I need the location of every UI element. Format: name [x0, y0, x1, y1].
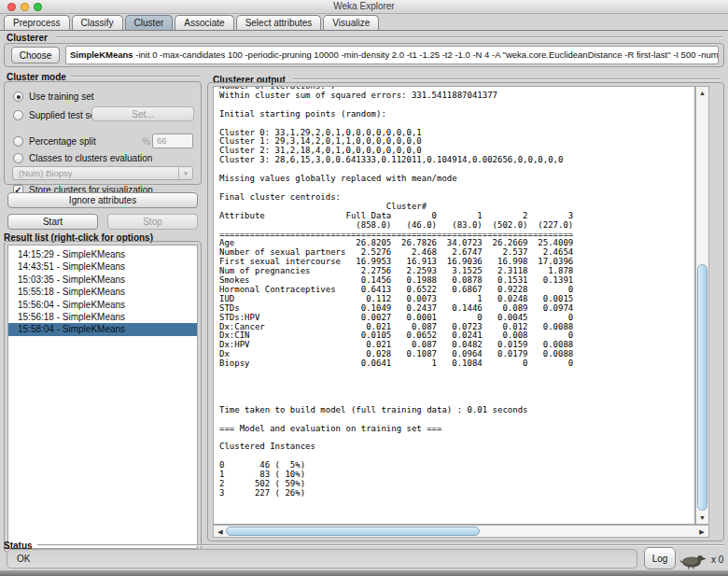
tab-preprocess[interactable]: Preprocess [4, 15, 70, 30]
radio-unselected-icon [13, 110, 23, 120]
result-list-item-selected[interactable]: 15:58:04 - SimpleKMeans [8, 323, 197, 335]
radio-label: Supplied test set [29, 110, 98, 120]
titled-border-line [37, 544, 724, 546]
tab-separator [0, 30, 728, 31]
vertical-scroll-thumb[interactable] [697, 264, 707, 511]
choose-clusterer-button[interactable]: Choose [11, 47, 60, 63]
window-title: Weka Explorer [0, 1, 728, 11]
start-button[interactable]: Start [7, 214, 98, 230]
scroll-up-icon[interactable]: ▲ [696, 90, 708, 96]
output-horizontal-scrollbar[interactable]: ◀ ▶ [213, 525, 709, 538]
result-list-item[interactable]: 14:43:51 - SimpleKMeans [8, 260, 197, 273]
titled-border-line [71, 76, 201, 77]
scroll-down-icon[interactable]: ▼ [696, 514, 708, 521]
stop-button[interactable]: Stop [107, 214, 198, 230]
dropdown-value: (Num) Biopsy [13, 168, 178, 178]
radio-supplied-test-set[interactable]: Supplied test set [13, 110, 98, 120]
ignore-attributes-button[interactable]: Ignore attributes [7, 192, 198, 208]
radio-unselected-icon [13, 136, 23, 147]
percent-label: % [142, 136, 150, 147]
output-vertical-scrollbar[interactable]: ▲ ▼ [695, 86, 709, 525]
tab-associate[interactable]: Associate [175, 15, 233, 30]
status-message-field: OK [7, 549, 637, 569]
radio-use-training-set[interactable]: Use training set [13, 91, 93, 102]
radio-label: Percentage split [29, 136, 96, 147]
log-button[interactable]: Log [644, 547, 676, 569]
window-bottom-edge [0, 570, 728, 576]
tab-classify[interactable]: Classify [72, 15, 123, 30]
radio-label: Classes to clusters evaluation [29, 153, 152, 163]
title-bar: Weka Explorer [0, 0, 728, 14]
scheme-name: SimpleKMeans [70, 49, 133, 60]
result-list-item[interactable]: 15:56:04 - SimpleKMeans [8, 299, 197, 311]
set-test-set-button[interactable]: Set... [91, 106, 194, 121]
tab-visualize[interactable]: Visualize [323, 15, 379, 30]
tab-select-attributes[interactable]: Select attributes [236, 15, 322, 30]
result-list-item[interactable]: 15:55:18 - SimpleKMeans [8, 286, 197, 298]
scroll-left-icon[interactable]: ◀ [216, 528, 225, 536]
class-attribute-dropdown[interactable]: (Num) Biopsy ▼ [12, 166, 193, 180]
radio-unselected-icon [13, 153, 23, 163]
chevron-down-icon: ▼ [178, 167, 192, 179]
weka-bird-icon [679, 551, 707, 569]
titled-border-line [293, 78, 721, 80]
horizontal-scroll-thumb[interactable] [226, 527, 480, 536]
status-message: OK [17, 554, 30, 564]
clusterer-output-text: Number of iterations: 7 Within cluster s… [219, 86, 573, 499]
clusterer-output-textarea[interactable]: Number of iterations: 7 Within cluster s… [213, 86, 695, 525]
radio-percentage-split[interactable]: Percentage split [13, 136, 96, 147]
result-list-item[interactable]: 15:03:35 - SimpleKMeans [8, 274, 197, 286]
radio-selected-icon [13, 91, 23, 102]
clusterer-scheme-field[interactable]: SimpleKMeans -init 0 -max-candidates 100… [65, 46, 719, 64]
result-list[interactable]: 14:15:29 - SimpleKMeans 14:43:51 - Simpl… [7, 245, 198, 549]
scroll-right-icon[interactable]: ▶ [697, 528, 707, 536]
bird-count-label: x 0 [711, 555, 723, 565]
radio-label: Use training set [29, 91, 93, 102]
cluster-mode-groupbox: Use training set Supplied test set Set..… [4, 81, 202, 185]
tab-cluster[interactable]: Cluster [125, 15, 174, 30]
clusterer-section-label: Clusterer [7, 33, 48, 43]
result-list-item[interactable]: 15:56:18 - SimpleKMeans [8, 311, 197, 323]
radio-classes-to-clusters[interactable]: Classes to clusters evaluation [13, 153, 152, 163]
result-list-item[interactable]: 14:15:29 - SimpleKMeans [8, 248, 197, 260]
scheme-params: -init 0 -max-candidates 100 -periodic-pr… [133, 49, 719, 60]
titled-border-line [56, 36, 722, 38]
percentage-split-input[interactable]: 66 [152, 133, 193, 148]
main-tab-bar: Preprocess Classify Cluster Associate Se… [4, 15, 379, 30]
